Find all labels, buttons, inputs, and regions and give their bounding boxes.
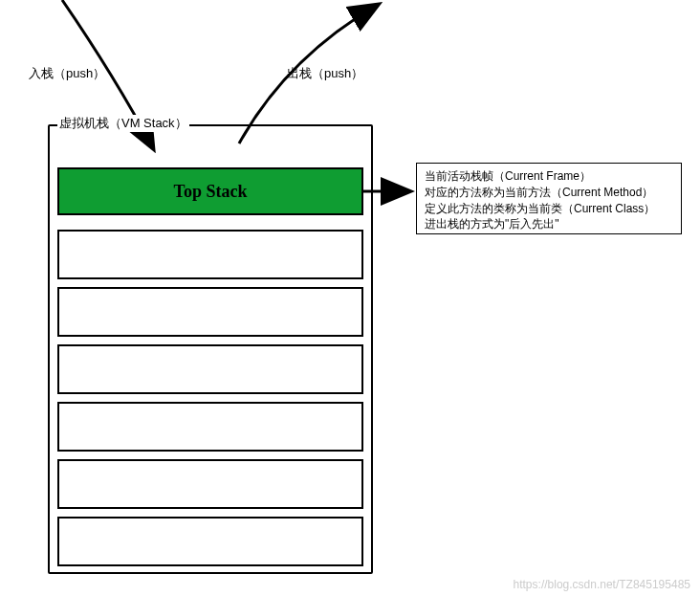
vm-stack-label: 虚拟机栈（VM Stack）: [57, 115, 189, 132]
watermark: https://blog.csdn.net/TZ845195485: [514, 578, 690, 591]
info-line-3: 定义此方法的类称为当前类（Current Class）: [425, 201, 673, 217]
top-stack-label: Top Stack: [174, 182, 248, 202]
stack-frame: [57, 402, 363, 452]
stack-frame: [57, 517, 363, 566]
info-line-4: 进出栈的方式为"后入先出": [425, 216, 673, 232]
push-out-label: 出栈（push）: [287, 65, 363, 82]
push-in-label: 入栈（push）: [29, 65, 105, 82]
info-line-1: 当前活动栈帧（Current Frame）: [425, 168, 673, 185]
info-box: 当前活动栈帧（Current Frame） 对应的方法称为当前方法（Curren…: [416, 163, 682, 234]
info-line-2: 对应的方法称为当前方法（Current Method）: [425, 185, 673, 201]
top-stack-frame: Top Stack: [57, 167, 363, 215]
stack-frame: [57, 230, 363, 279]
stack-frame: [57, 459, 363, 509]
stack-frame: [57, 344, 363, 394]
stack-frame: [57, 287, 363, 337]
